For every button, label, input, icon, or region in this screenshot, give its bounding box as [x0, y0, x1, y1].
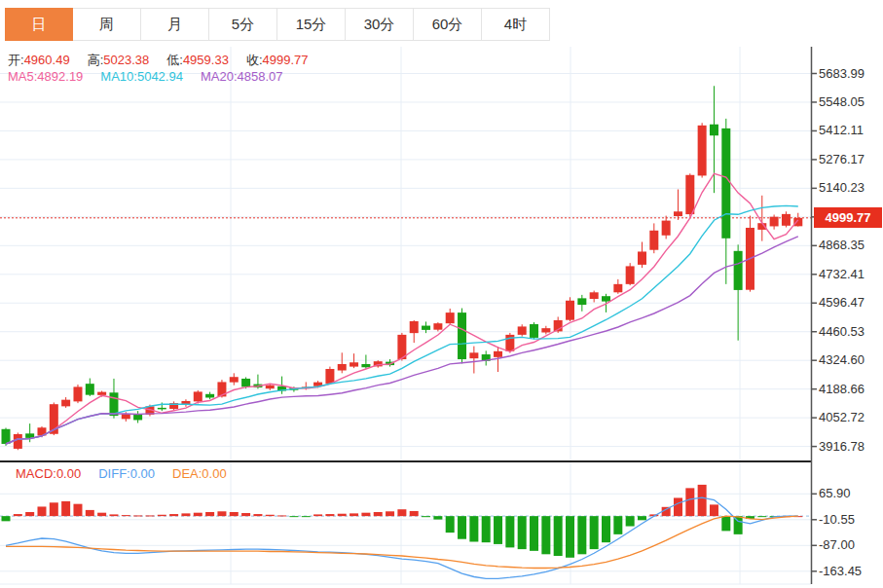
macd-bar[interactable] — [50, 502, 58, 516]
candle[interactable] — [566, 301, 574, 320]
candle[interactable] — [649, 231, 658, 250]
candle[interactable] — [325, 369, 334, 384]
macd-bar[interactable] — [613, 516, 622, 534]
candle[interactable] — [458, 312, 466, 359]
macd-bar[interactable] — [554, 516, 563, 556]
macd-bar[interactable] — [325, 514, 334, 516]
macd-bar[interactable] — [433, 516, 442, 519]
candle[interactable] — [685, 175, 694, 214]
candle[interactable] — [350, 362, 358, 366]
macd-bar[interactable] — [541, 516, 550, 554]
macd-bar[interactable] — [253, 514, 262, 516]
macd-bar[interactable] — [710, 504, 718, 516]
candle[interactable] — [73, 386, 82, 401]
macd-bar[interactable] — [577, 516, 586, 554]
candle[interactable] — [422, 326, 430, 330]
macd-bar[interactable] — [698, 485, 707, 516]
candle[interactable] — [530, 324, 538, 338]
macd-bar[interactable] — [169, 514, 178, 516]
macd-bar[interactable] — [721, 516, 730, 531]
macd-bar[interactable] — [145, 515, 154, 516]
macd-bar[interactable] — [133, 515, 142, 516]
candle[interactable] — [122, 414, 130, 419]
candle[interactable] — [194, 391, 202, 401]
macd-bar[interactable] — [397, 509, 406, 516]
macd-bar[interactable] — [266, 515, 275, 516]
candle[interactable] — [674, 211, 682, 216]
macd-bar[interactable] — [458, 516, 466, 539]
candle[interactable] — [133, 415, 142, 421]
candle[interactable] — [230, 377, 239, 382]
macd-bar[interactable] — [674, 497, 682, 516]
macd-bar[interactable] — [73, 504, 82, 516]
macd-bar[interactable] — [386, 511, 394, 516]
candlestick-chart[interactable] — [0, 0, 883, 588]
macd-bar[interactable] — [122, 515, 130, 516]
candle[interactable] — [205, 394, 214, 398]
candle[interactable] — [698, 126, 707, 176]
candle[interactable] — [710, 125, 718, 135]
candle[interactable] — [446, 312, 455, 323]
macd-bar[interactable] — [241, 513, 250, 516]
macd-bar[interactable] — [37, 506, 46, 516]
macd-bar[interactable] — [158, 515, 166, 516]
macd-bar[interactable] — [2, 516, 11, 521]
macd-bar[interactable] — [230, 512, 239, 516]
candle[interactable] — [638, 251, 646, 264]
macd-bar[interactable] — [505, 516, 514, 547]
candle[interactable] — [613, 284, 622, 292]
candle[interactable] — [14, 434, 22, 449]
candle[interactable] — [770, 217, 779, 227]
macd-bar[interactable] — [374, 512, 383, 516]
candle[interactable] — [61, 400, 70, 407]
macd-bar[interactable] — [86, 510, 94, 516]
macd-bar[interactable] — [757, 516, 766, 517]
candle[interactable] — [97, 392, 106, 395]
macd-bar[interactable] — [626, 516, 635, 526]
macd-bar[interactable] — [289, 516, 298, 517]
macd-bar[interactable] — [217, 511, 226, 516]
candle[interactable] — [734, 251, 743, 290]
candle[interactable] — [361, 364, 370, 367]
candle[interactable] — [721, 129, 730, 239]
macd-bar[interactable] — [410, 511, 419, 516]
candle[interactable] — [590, 292, 599, 299]
macd-bar[interactable] — [350, 513, 358, 516]
candle[interactable] — [158, 408, 166, 410]
macd-bar[interactable] — [97, 513, 106, 516]
candle[interactable] — [86, 384, 94, 394]
macd-bar[interactable] — [109, 514, 118, 516]
macd-bar[interactable] — [61, 501, 70, 516]
macd-bar[interactable] — [25, 512, 34, 516]
candle[interactable] — [181, 401, 190, 404]
macd-bar[interactable] — [494, 516, 502, 544]
macd-bar[interactable] — [590, 516, 599, 549]
macd-bar[interactable] — [422, 516, 430, 517]
macd-bar[interactable] — [302, 516, 311, 517]
candle[interactable] — [241, 379, 250, 386]
candle[interactable] — [338, 364, 347, 371]
candle[interactable] — [518, 326, 527, 334]
macd-bar[interactable] — [205, 512, 214, 516]
candle[interactable] — [494, 351, 502, 357]
macd-bar[interactable] — [638, 516, 646, 520]
candle[interactable] — [602, 296, 610, 301]
candle[interactable] — [2, 429, 11, 444]
candle[interactable] — [782, 214, 791, 226]
macd-bar[interactable] — [482, 516, 491, 542]
macd-bar[interactable] — [469, 516, 478, 541]
candle[interactable] — [793, 218, 802, 227]
macd-bar[interactable] — [14, 514, 22, 516]
macd-bar[interactable] — [602, 516, 610, 542]
candle[interactable] — [266, 386, 275, 388]
macd-bar[interactable] — [338, 514, 347, 516]
macd-bar[interactable] — [313, 514, 322, 516]
macd-bar[interactable] — [194, 513, 202, 516]
candle[interactable] — [662, 221, 671, 236]
macd-bar[interactable] — [361, 513, 370, 516]
macd-bar[interactable] — [277, 515, 286, 516]
candle[interactable] — [410, 321, 419, 333]
macd-bar[interactable] — [446, 516, 455, 533]
macd-bar[interactable] — [685, 488, 694, 516]
candle[interactable] — [577, 298, 586, 305]
